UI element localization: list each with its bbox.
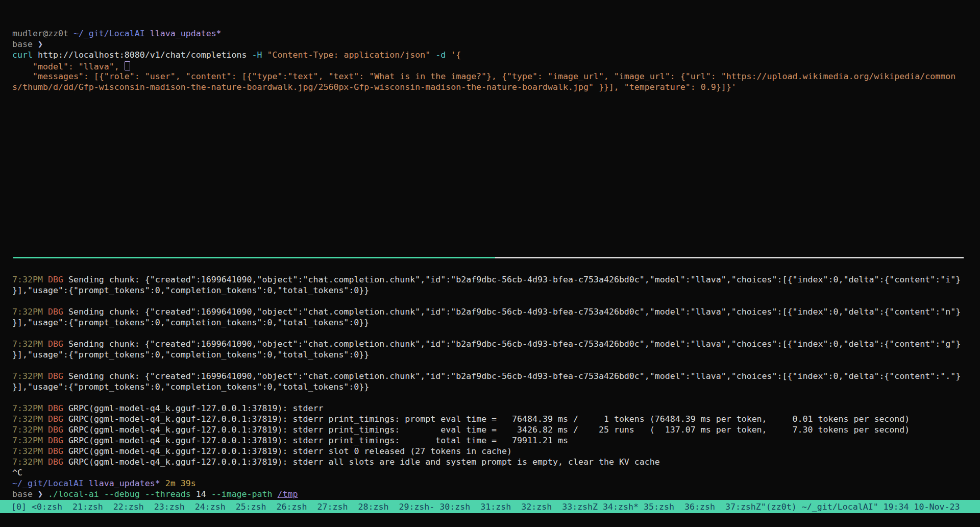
terminal-text-segment: DBG xyxy=(48,339,63,349)
tmux-window-item[interactable]: 22:zsh xyxy=(113,501,154,512)
terminal-text-segment: 14 xyxy=(196,489,211,499)
terminal-text-segment: 7:32PM xyxy=(12,446,43,456)
terminal-text-segment xyxy=(43,307,48,317)
terminal-text-segment: '{ xyxy=(451,50,461,60)
terminal-text-segment xyxy=(43,446,48,456)
terminal-text-segment: /tmp xyxy=(278,489,298,499)
terminal-text-segment: ~/_git/LocalAI xyxy=(12,478,89,488)
terminal-line: }],"usage":{"prompt_tokens":0,"completio… xyxy=(12,317,980,328)
terminal-text-segment: llava_updates* xyxy=(89,478,165,488)
pane-separator-active-segment xyxy=(13,257,495,258)
tmux-window-item[interactable]: 33:zshZ xyxy=(562,501,603,512)
terminal-text-segment: -H xyxy=(252,50,267,60)
pane-separator-inactive-segment xyxy=(495,257,964,258)
pane-separator[interactable] xyxy=(13,257,964,258)
terminal-text-segment: DBG xyxy=(48,436,63,445)
terminal-text-segment: 7:32PM xyxy=(12,457,43,467)
terminal-text-segment: GRPC(ggml-model-q4_k.gguf-127.0.0.1:3781… xyxy=(63,446,512,456)
terminal-line: 7:32PM DBG GRPC(ggml-model-q4_k.gguf-127… xyxy=(12,435,980,446)
terminal-text-segment: ❯ xyxy=(38,489,48,499)
terminal-text-segment: GRPC(ggml-model-q4_k.gguf-127.0.0.1:3781… xyxy=(63,414,910,424)
terminal-text-segment: 7:32PM xyxy=(12,339,43,349)
text-cursor xyxy=(125,61,130,70)
terminal-text-segment: 7:32PM xyxy=(12,403,43,413)
tmux-session-name: [0] xyxy=(11,501,32,512)
terminal-text-segment: s/thumb/d/dd/Gfp-wisconsin-madison-the-n… xyxy=(12,82,737,92)
terminal-text-segment: mudler@zz0t xyxy=(12,29,74,38)
terminal-text-segment: GRPC(ggml-model-q4_k.gguf-127.0.0.1:3781… xyxy=(63,425,910,435)
terminal-text-segment xyxy=(43,403,48,413)
terminal-line: base ❯ ./local-ai --debug --threads 14 -… xyxy=(12,489,980,499)
terminal-text-segment: --image-path xyxy=(211,489,278,499)
tmux-window-item[interactable]: 32:zsh xyxy=(521,501,562,512)
terminal-text-segment: --debug xyxy=(104,489,145,499)
terminal-text-segment: GRPC(ggml-model-q4_k.gguf-127.0.0.1:3781… xyxy=(63,436,568,445)
terminal-text-segment: ./local-ai xyxy=(48,489,104,499)
terminal-line xyxy=(12,328,980,339)
tmux-window-item[interactable]: 30:zsh xyxy=(439,501,480,512)
tmux-window-item[interactable]: 35:zsh xyxy=(644,501,684,512)
terminal-text-segment xyxy=(43,414,48,424)
terminal-text-segment: 2m 39s xyxy=(165,478,196,488)
terminal-text-segment: DBG xyxy=(48,425,63,435)
tmux-window-item[interactable]: 23:zsh xyxy=(154,501,195,512)
terminal-text-segment: DBG xyxy=(48,446,63,456)
terminal-text-segment: ❯ xyxy=(38,39,43,49)
terminal-text-segment: "model": "llava", xyxy=(12,62,125,71)
terminal-line xyxy=(12,392,980,403)
terminal-pane-top[interactable]: mudler@zz0t ~/_git/LocalAI llava_updates… xyxy=(12,28,980,253)
terminal-text-segment: Sending chunk: {"created":1699641090,"ob… xyxy=(63,339,961,349)
terminal-text-segment: Sending chunk: {"created":1699641090,"ob… xyxy=(63,371,961,381)
terminal-line xyxy=(12,296,980,306)
terminal-text-segment: llava_updates* xyxy=(150,29,222,38)
terminal-line: "model": "llava", xyxy=(12,60,980,71)
terminal-text-segment: }],"usage":{"prompt_tokens":0,"completio… xyxy=(12,318,369,327)
terminal-line: s/thumb/d/dd/Gfp-wisconsin-madison-the-n… xyxy=(12,82,980,92)
terminal-text-segment: GRPC(ggml-model-q4_k.gguf-127.0.0.1:3781… xyxy=(63,403,324,413)
terminal-line: base ❯ xyxy=(12,39,980,50)
terminal-line: 7:32PM DBG GRPC(ggml-model-q4_k.gguf-127… xyxy=(12,446,980,457)
terminal-text-segment: 7:32PM xyxy=(12,371,43,381)
terminal-text-segment: DBG xyxy=(48,275,63,284)
terminal-line: curl http://localhost:8080/v1/chat/compl… xyxy=(12,50,980,60)
terminal-text-segment: 7:32PM xyxy=(12,275,43,284)
terminal-text-segment xyxy=(43,275,48,284)
tmux-status-bar[interactable]: [0] <0:zsh 21:zsh 22:zsh 23:zsh 24:zsh 2… xyxy=(0,500,980,513)
terminal-screen[interactable]: mudler@zz0t ~/_git/LocalAI llava_updates… xyxy=(0,0,980,527)
terminal-line: 7:32PM DBG GRPC(ggml-model-q4_k.gguf-127… xyxy=(12,457,980,467)
terminal-text-segment: base xyxy=(12,489,38,499)
terminal-text-segment: 7:32PM xyxy=(12,414,43,424)
terminal-text-segment: DBG xyxy=(48,414,63,424)
terminal-text-segment: -d xyxy=(435,50,451,60)
terminal-line: mudler@zz0t ~/_git/LocalAI llava_updates… xyxy=(12,28,980,39)
tmux-window-item[interactable]: 27:zsh xyxy=(317,501,358,512)
tmux-window-item[interactable]: 25:zsh xyxy=(236,501,277,512)
terminal-line: ^C xyxy=(12,467,980,478)
terminal-line: }],"usage":{"prompt_tokens":0,"completio… xyxy=(12,381,980,392)
tmux-window-item[interactable]: 29:zsh- xyxy=(399,501,439,512)
terminal-text-segment: base xyxy=(12,39,38,49)
terminal-text-segment: GRPC(ggml-model-q4_k.gguf-127.0.0.1:3781… xyxy=(63,457,660,467)
terminal-text-segment: }],"usage":{"prompt_tokens":0,"completio… xyxy=(12,382,369,392)
tmux-window-item[interactable]: 24:zsh xyxy=(195,501,236,512)
terminal-text-segment xyxy=(43,425,48,435)
tmux-window-item[interactable]: 34:zsh* xyxy=(603,501,644,512)
tmux-window-item[interactable]: 36:zsh xyxy=(684,501,725,512)
terminal-text-segment: 7:32PM xyxy=(12,425,43,435)
terminal-line: 7:32PM DBG Sending chunk: {"created":169… xyxy=(12,339,980,349)
tmux-status-right: "(zz0t) ~/_git/LocalAI" 19:34 10-Nov-23 xyxy=(761,501,960,512)
terminal-text-segment: --threads xyxy=(145,489,196,499)
tmux-window-item[interactable]: <0:zsh xyxy=(32,501,72,512)
terminal-text-segment xyxy=(43,436,48,445)
tmux-window-item[interactable]: 21:zsh xyxy=(72,501,113,512)
tmux-window-item[interactable]: 31:zsh xyxy=(480,501,521,512)
terminal-text-segment: ^C xyxy=(12,468,22,477)
terminal-pane-bottom[interactable]: 7:32PM DBG Sending chunk: {"created":169… xyxy=(12,274,980,499)
tmux-window-item[interactable]: 37:zshZ xyxy=(725,501,761,512)
terminal-text-segment: curl xyxy=(12,50,38,60)
terminal-text-segment: DBG xyxy=(48,307,63,317)
tmux-window-item[interactable]: 28:zsh xyxy=(358,501,399,512)
terminal-line: 7:32PM DBG Sending chunk: {"created":169… xyxy=(12,306,980,317)
terminal-line: "messages": [{"role": "user", "content":… xyxy=(12,71,980,82)
tmux-window-item[interactable]: 26:zsh xyxy=(277,501,317,512)
